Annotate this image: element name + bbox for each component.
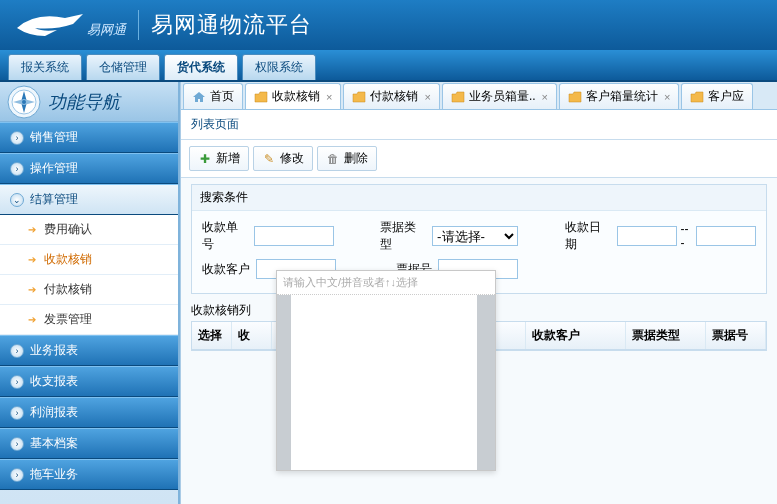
edit-button[interactable]: ✎修改 bbox=[253, 146, 313, 171]
chevron-right-icon: › bbox=[10, 162, 24, 176]
site-title: 易网通物流平台 bbox=[151, 10, 312, 40]
tab-payment-writeoff[interactable]: 付款核销 × bbox=[343, 83, 439, 109]
close-icon[interactable]: × bbox=[664, 91, 670, 103]
arrow-right-icon: ➔ bbox=[28, 224, 38, 235]
close-icon[interactable]: × bbox=[542, 91, 548, 103]
tab-receipt-writeoff[interactable]: 收款核销 × bbox=[245, 83, 341, 110]
delete-button[interactable]: 🗑删除 bbox=[317, 146, 377, 171]
col-customer[interactable]: 收款客户 bbox=[526, 322, 626, 349]
chevron-right-icon: › bbox=[10, 375, 24, 389]
receipt-no-input[interactable] bbox=[254, 226, 334, 246]
arrow-right-icon: ➔ bbox=[28, 314, 38, 325]
nav-tab-customs[interactable]: 报关系统 bbox=[8, 54, 82, 80]
brand-text: 易网通 bbox=[87, 21, 126, 39]
sidebar-item-invoice-mgmt[interactable]: ➔发票管理 bbox=[0, 305, 178, 335]
popup-body bbox=[277, 295, 495, 470]
chevron-right-icon: › bbox=[10, 406, 24, 420]
svg-point-2 bbox=[22, 100, 26, 104]
sidebar-group-sales[interactable]: ›销售管理 bbox=[0, 122, 178, 153]
customer-label: 收款客户 bbox=[202, 261, 250, 278]
nav-tab-freight[interactable]: 货代系统 bbox=[164, 54, 238, 80]
top-nav: 报关系统 仓储管理 货代系统 权限系统 bbox=[0, 50, 777, 82]
sidebar-group-operation[interactable]: ›操作管理 bbox=[0, 153, 178, 184]
chevron-right-icon: › bbox=[10, 131, 24, 145]
bird-logo-icon bbox=[15, 10, 85, 40]
popup-hint: 请输入中文/拼音或者↑↓选择 bbox=[277, 271, 495, 295]
nav-tab-permission[interactable]: 权限系统 bbox=[242, 54, 316, 80]
sidebar-group-trailer[interactable]: ›拖车业务 bbox=[0, 459, 178, 490]
arrow-right-icon: ➔ bbox=[28, 284, 38, 295]
plus-icon: ✚ bbox=[198, 152, 212, 166]
header-divider bbox=[138, 10, 139, 40]
sidebar-group-biz-report[interactable]: ›业务报表 bbox=[0, 335, 178, 366]
trash-icon: 🗑 bbox=[326, 152, 340, 166]
chevron-right-icon: › bbox=[10, 344, 24, 358]
receipt-date-to-input[interactable] bbox=[696, 226, 756, 246]
folder-icon bbox=[254, 91, 268, 103]
sidebar-item-payment-writeoff[interactable]: ➔付款核销 bbox=[0, 275, 178, 305]
toolbar: ✚新增 ✎修改 🗑删除 bbox=[181, 140, 777, 178]
logo: 易网通 bbox=[15, 10, 126, 40]
col-bill-type[interactable]: 票据类型 bbox=[626, 322, 706, 349]
sidebar-group-profit-report[interactable]: ›利润报表 bbox=[0, 397, 178, 428]
chevron-right-icon: › bbox=[10, 468, 24, 482]
sidebar: 功能导航 ›销售管理 ›操作管理 ⌄结算管理 ➔费用确认 ➔收款核销 ➔付款核销… bbox=[0, 82, 180, 504]
receipt-date-label: 收款日期 bbox=[565, 219, 611, 253]
sidebar-group-settlement[interactable]: ⌄结算管理 bbox=[0, 184, 178, 215]
chevron-right-icon: › bbox=[10, 437, 24, 451]
pencil-icon: ✎ bbox=[262, 152, 276, 166]
col-select[interactable]: 选择 bbox=[192, 322, 232, 349]
tab-customer-receivable[interactable]: 客户应 bbox=[681, 83, 753, 109]
arrow-right-icon: ➔ bbox=[28, 254, 38, 265]
bill-type-label: 票据类型 bbox=[380, 219, 426, 253]
col-receipt[interactable]: 收 bbox=[232, 322, 272, 349]
popup-scrollbar-right[interactable] bbox=[477, 295, 495, 470]
home-icon bbox=[192, 91, 206, 103]
tab-home[interactable]: 首页 bbox=[183, 83, 243, 109]
chevron-down-icon: ⌄ bbox=[10, 193, 24, 207]
autocomplete-popup[interactable]: 请输入中文/拼音或者↑↓选择 bbox=[276, 270, 496, 471]
close-icon[interactable]: × bbox=[424, 91, 430, 103]
sidebar-header: 功能导航 bbox=[0, 82, 178, 122]
date-separator: --- bbox=[681, 222, 692, 250]
col-bill-no[interactable]: 票据号 bbox=[706, 322, 766, 349]
folder-icon bbox=[690, 91, 704, 103]
popup-scrollbar-left[interactable] bbox=[277, 295, 291, 470]
receipt-no-label: 收款单号 bbox=[202, 219, 248, 253]
bill-type-select[interactable]: -请选择- bbox=[432, 226, 518, 246]
folder-icon bbox=[352, 91, 366, 103]
sidebar-group-income-report[interactable]: ›收支报表 bbox=[0, 366, 178, 397]
main-tab-strip: 首页 收款核销 × 付款核销 × 业务员箱量.. × 客户箱量统计 × bbox=[181, 82, 777, 110]
add-button[interactable]: ✚新增 bbox=[189, 146, 249, 171]
tab-salesman-teu[interactable]: 业务员箱量.. × bbox=[442, 83, 557, 109]
sub-tab-list[interactable]: 列表页面 bbox=[181, 110, 777, 140]
tab-customer-teu[interactable]: 客户箱量统计 × bbox=[559, 83, 679, 109]
sidebar-item-fee-confirm[interactable]: ➔费用确认 bbox=[0, 215, 178, 245]
compass-icon bbox=[6, 84, 42, 120]
nav-tab-warehouse[interactable]: 仓储管理 bbox=[86, 54, 160, 80]
search-legend: 搜索条件 bbox=[192, 185, 766, 211]
sidebar-item-receipt-writeoff[interactable]: ➔收款核销 bbox=[0, 245, 178, 275]
sidebar-title: 功能导航 bbox=[48, 90, 120, 114]
receipt-date-from-input[interactable] bbox=[617, 226, 677, 246]
sidebar-group-basic-archive[interactable]: ›基本档案 bbox=[0, 428, 178, 459]
close-icon[interactable]: × bbox=[326, 91, 332, 103]
folder-icon bbox=[568, 91, 582, 103]
folder-icon bbox=[451, 91, 465, 103]
